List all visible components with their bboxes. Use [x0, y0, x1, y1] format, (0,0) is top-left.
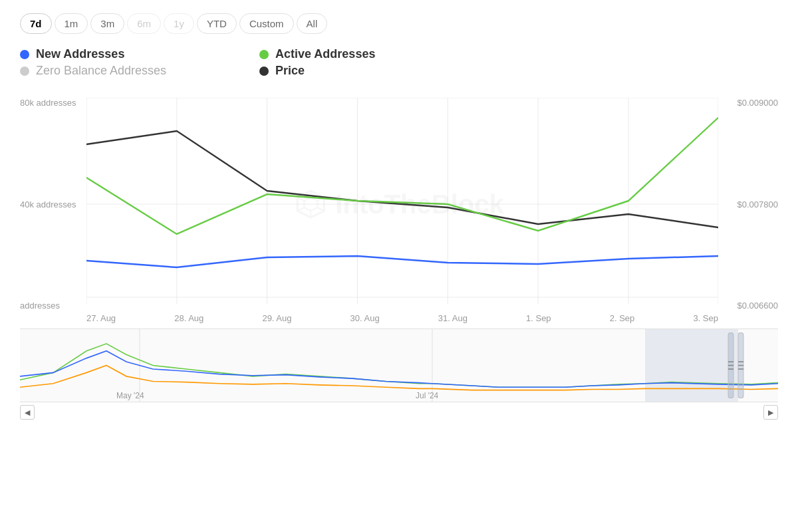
legend-dot-2: [20, 66, 29, 76]
time-btn-3m[interactable]: 3m: [90, 13, 124, 34]
overview-svg: May '24 Jul '24: [20, 329, 778, 402]
legend-label-3: Price: [275, 64, 305, 78]
time-btn-1m[interactable]: 1m: [55, 13, 88, 34]
legend-dot-1: [259, 50, 269, 59]
time-btn-ytd[interactable]: YTD: [197, 13, 237, 34]
legend-label-0: New Addresses: [36, 47, 124, 61]
svg-text:May '24: May '24: [116, 390, 144, 400]
x-label-3: 30. Aug: [350, 313, 380, 323]
svg-text:Jul '24: Jul '24: [416, 390, 438, 400]
y-left-top: 80k addresses: [20, 98, 76, 108]
x-label-7: 3. Sep: [693, 313, 718, 323]
time-btn-7d[interactable]: 7d: [20, 13, 52, 34]
x-label-5: 1. Sep: [526, 313, 551, 323]
chart-legend: New AddressesActive AddressesZero Balanc…: [20, 47, 485, 78]
overview-chart-area: May '24 Jul '24: [20, 329, 778, 402]
time-btn-1y: 1y: [164, 13, 194, 34]
time-btn-custom[interactable]: Custom: [239, 13, 294, 34]
main-chart-svg: [20, 98, 778, 311]
y-right-bot: $0.006600: [737, 301, 778, 311]
x-label-2: 29. Aug: [262, 313, 291, 323]
y-left-bot: addresses: [20, 301, 76, 311]
main-chart-area: IntoTheBlock 80k addresses 40k addresses…: [20, 98, 778, 311]
legend-label-1: Active Addresses: [275, 47, 375, 61]
legend-item-1[interactable]: Active Addresses: [259, 47, 485, 61]
legend-dot-0: [20, 50, 29, 59]
time-btn-all[interactable]: All: [297, 13, 328, 34]
x-axis-labels: 27. Aug 28. Aug 29. Aug 30. Aug 31. Aug …: [20, 313, 778, 323]
legend-item-2[interactable]: Zero Balance Addresses: [20, 64, 246, 78]
scroll-track[interactable]: [37, 405, 761, 420]
y-right-mid: $0.007800: [737, 200, 778, 209]
main-container: 7d1m3m6m1yYTDCustomAll New AddressesActi…: [0, 0, 798, 532]
scroll-right-arrow[interactable]: ▶: [763, 405, 778, 420]
y-axis-right: $0.009000 $0.007800 $0.006600: [737, 98, 778, 311]
y-axis-left: 80k addresses 40k addresses addresses: [20, 98, 76, 311]
time-range-selector: 7d1m3m6m1yYTDCustomAll: [20, 13, 778, 34]
legend-item-3[interactable]: Price: [259, 64, 485, 78]
legend-label-2: Zero Balance Addresses: [36, 64, 166, 78]
x-label-4: 31. Aug: [438, 313, 467, 323]
legend-item-0[interactable]: New Addresses: [20, 47, 246, 61]
x-label-0: 27. Aug: [86, 313, 116, 323]
scrollbar: ◀ ▶: [20, 402, 778, 422]
scroll-left-arrow[interactable]: ◀: [20, 405, 35, 420]
legend-dot-3: [259, 66, 269, 76]
x-label-1: 28. Aug: [174, 313, 203, 323]
time-btn-6m: 6m: [127, 13, 161, 34]
x-label-6: 2. Sep: [610, 313, 635, 323]
y-right-top: $0.009000: [737, 98, 778, 108]
y-left-mid: 40k addresses: [20, 200, 76, 209]
svg-rect-20: [645, 329, 738, 402]
